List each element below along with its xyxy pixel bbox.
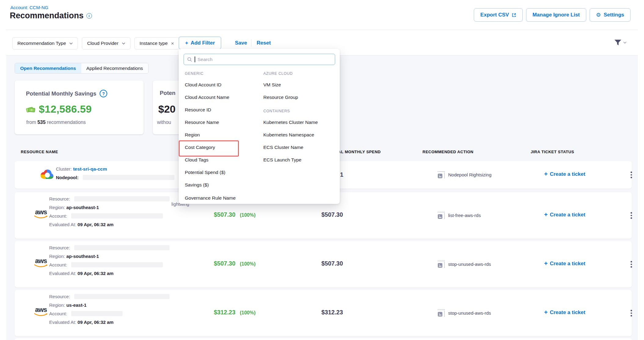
redacted-value (74, 196, 170, 201)
filter-option-ecs-launch-type[interactable]: ECS Launch Type (263, 157, 302, 163)
savings-count: 535 (37, 120, 46, 125)
savings-percent: (100%) (240, 261, 256, 266)
table-row[interactable]: aws Resource: Region: us-east-1 Account:… (15, 290, 632, 336)
section-title-generic: GENERIC (185, 71, 203, 76)
total-monthly-spend-value: $507.30 (321, 260, 343, 267)
create-ticket-label: Create a ticket (550, 261, 585, 267)
gcp-icon (40, 169, 54, 180)
cost-category-highlight-box (179, 140, 239, 157)
close-icon[interactable]: × (171, 41, 174, 46)
recommended-action-label: list-free-aws-rds (448, 213, 481, 218)
nodepool-label: Nodepool: (56, 175, 79, 180)
create-ticket-button[interactable]: + Create a ticket (544, 260, 585, 267)
account-label: Account: (49, 213, 67, 219)
savings-value: $312.23 (214, 309, 236, 316)
create-ticket-button[interactable]: + Create a ticket (544, 309, 585, 316)
evaluated-at-value: 09 Apr, 06:32 am (78, 271, 114, 276)
nodepool-line: Nodepool: (56, 175, 174, 180)
redacted-value (83, 175, 174, 180)
recommendation-type-icon (438, 309, 445, 316)
info-icon[interactable]: i (86, 13, 92, 19)
filter-option-region[interactable]: Region (185, 132, 200, 138)
add-filter-label: Add Filter (191, 40, 215, 46)
savings-from-label: from (26, 120, 36, 125)
resource-line: Resource: (49, 294, 170, 299)
recommended-action: stop-unused-aws-rds (438, 261, 491, 268)
account-label: Account: (49, 262, 67, 267)
chip-recommendation-type[interactable]: Recommendation Type (12, 37, 78, 49)
row-menu-button[interactable] (629, 260, 633, 269)
evaluated-line: Evaluated At: 09 Apr, 06:32 am (49, 320, 114, 325)
column-header-recommended-action: RECOMMENDED ACTION (423, 150, 474, 154)
filter-option-resource-group[interactable]: Resource Group (263, 94, 298, 100)
table-row-partial (15, 338, 632, 340)
chip-label: Instance type (140, 41, 168, 46)
region-value: us-east-1 (66, 302, 86, 308)
resource-label: Resource: (49, 245, 70, 250)
filter-option-savings[interactable]: Savings ($) (185, 182, 209, 188)
page-title-row: Recommendations i (10, 11, 92, 20)
search-icon (187, 57, 192, 62)
create-ticket-label: Create a ticket (550, 309, 585, 316)
filter-option-cloud-account-id[interactable]: Cloud Account ID (185, 82, 221, 88)
plus-icon: + (544, 171, 548, 178)
filter-option-resource-id[interactable]: Resource ID (185, 107, 211, 113)
potential-savings-cell: $507.30 (100%) (214, 260, 256, 267)
filter-option-governance-rule-name[interactable]: Governance Rule Name (185, 195, 236, 201)
evaluated-at-label: Evaluated At: (49, 320, 76, 325)
region-line: Region: ap-southeast-1 (49, 254, 99, 259)
filter-option-kubernetes-cluster-name[interactable]: Kubernetes Cluster Name (263, 119, 318, 125)
section-title-azure-cloud: AZURE CLOUD (263, 71, 293, 76)
cluster-line: Cluster: test-sri-qa-ccm (56, 166, 107, 172)
manage-ignore-list-button[interactable]: Manage Ignore List (526, 8, 586, 22)
recommended-action-label: stop-unused-aws-rds (448, 262, 491, 267)
reset-filter-button[interactable]: Reset (257, 40, 271, 46)
row-menu-button[interactable] (629, 309, 633, 318)
money-icon (26, 105, 36, 114)
filter-option-cloud-account-name[interactable]: Cloud Account Name (185, 94, 229, 100)
table-row[interactable]: aws Resource: Region: ap-southeast-1 Acc… (15, 241, 632, 288)
external-link-icon (512, 13, 516, 17)
export-csv-button[interactable]: Export CSV (474, 8, 523, 22)
divider (251, 39, 251, 47)
recommendation-type-icon (438, 171, 445, 178)
save-filter-button[interactable]: Save (235, 40, 247, 46)
account-line: Account: (49, 213, 163, 219)
create-ticket-button[interactable]: + Create a ticket (544, 211, 585, 218)
row-menu-button[interactable] (629, 170, 633, 179)
dropdown-search[interactable] (184, 54, 335, 65)
region-label: Region: (49, 254, 65, 259)
evaluated-at-value: 09 Apr, 06:32 am (78, 222, 114, 227)
add-filter-button[interactable]: + Add Filter (179, 37, 221, 49)
card-title-row: Potential Monthly Savings ? (26, 90, 107, 97)
settings-button[interactable]: ⚙ Settings (590, 8, 631, 22)
tab-open-recommendations[interactable]: Open Recommendations (15, 63, 81, 73)
filter-option-kubernetes-namespace[interactable]: Kubernetes Namespace (263, 132, 314, 138)
cluster-name-link[interactable]: test-sri-qa-ccm (73, 166, 107, 172)
aws-icon: aws (34, 209, 48, 219)
spend-value-fragment: $20 (158, 103, 176, 115)
tab-applied-recommendations[interactable]: Applied Recommendations (81, 63, 148, 73)
recommended-action-label: Nodepool Rightsizing (448, 172, 492, 177)
filter-panel-toggle[interactable] (614, 39, 627, 46)
add-filter-dropdown: GENERIC Cloud Account ID Cloud Account N… (179, 49, 340, 204)
filter-option-ecs-cluster-name[interactable]: ECS Cluster Name (263, 144, 303, 150)
header-divider (6, 30, 638, 30)
header-actions: Export CSV Manage Ignore List ⚙ Settings (474, 8, 631, 22)
potential-savings-cell: $507.30 (100%) (214, 211, 256, 218)
filter-option-vm-size[interactable]: VM Size (263, 82, 281, 88)
evaluated-at-value: 09 Apr, 06:32 am (78, 320, 114, 325)
breadcrumb[interactable]: Account: CCM-NG (10, 5, 48, 10)
help-icon[interactable]: ? (100, 90, 107, 97)
total-monthly-spend-fragment: 1 (340, 171, 343, 178)
row-menu-button[interactable] (629, 211, 633, 220)
section-title-containers: CONTAINERS (263, 109, 290, 113)
chip-instance-type[interactable]: Instance type × (134, 37, 179, 49)
region-value: ap-southeast-1 (66, 205, 99, 210)
filter-option-potential-spend[interactable]: Potential Spend ($) (185, 169, 225, 175)
chip-cloud-provider[interactable]: Cloud Provider (82, 37, 130, 49)
search-input[interactable] (198, 57, 332, 62)
filter-option-resource-name[interactable]: Resource Name (185, 119, 219, 125)
filter-option-cloud-tags[interactable]: Cloud Tags (185, 157, 208, 163)
create-ticket-button[interactable]: + Create a ticket (544, 171, 585, 178)
